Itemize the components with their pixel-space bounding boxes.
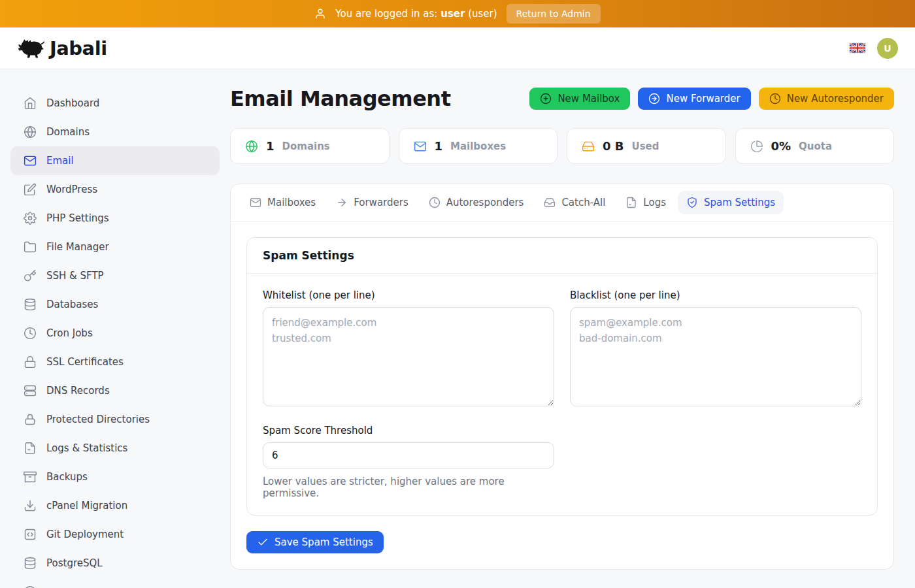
return-to-admin-button[interactable]: Return to Admin (507, 4, 601, 24)
new-autoresponder-button[interactable]: New Autoresponder (759, 88, 894, 110)
tab-label: Mailboxes (267, 197, 316, 208)
save-spam-settings-button[interactable]: Save Spam Settings (246, 531, 384, 553)
stat-value: 0 B (603, 139, 624, 153)
sidebar-item-partial[interactable] (10, 578, 220, 588)
tab-label: Forwarders (354, 197, 408, 208)
sidebar-item-protected-directories[interactable]: Protected Directories (10, 405, 220, 434)
lock-icon (24, 413, 37, 426)
file-icon (625, 197, 637, 208)
gear-icon (24, 212, 37, 225)
sidebar-item-databases[interactable]: Databases (10, 290, 220, 319)
sidebar-item-label: Dashboard (46, 97, 99, 109)
sidebar-item-git-deployment[interactable]: Git Deployment (10, 520, 220, 549)
download-icon (24, 499, 37, 512)
arrow-right-circle-icon (648, 93, 660, 105)
sidebar-item-ssl-certificates[interactable]: SSL Certificates (10, 348, 220, 376)
button-label: New Forwarder (666, 93, 740, 105)
sidebar-item-label: Protected Directories (46, 414, 150, 425)
new-mailbox-button[interactable]: New Mailbox (529, 88, 630, 110)
tab-catch-all[interactable]: Catch-All (535, 191, 614, 214)
button-label: New Mailbox (557, 93, 620, 105)
whitelist-textarea[interactable] (263, 307, 554, 406)
sidebar-item-label: DNS Records (46, 385, 110, 397)
sidebar-item-email[interactable]: Email (10, 146, 220, 175)
sidebar-item-cron-jobs[interactable]: Cron Jobs (10, 319, 220, 348)
clock-icon (769, 93, 781, 105)
page-title: Email Management (230, 86, 450, 111)
user-avatar[interactable]: U (877, 38, 898, 59)
sidebar-item-label: Email (46, 155, 74, 167)
banner-username: user (441, 8, 465, 20)
stat-value: 0% (771, 139, 791, 153)
stat-label: Quota (799, 140, 832, 152)
sidebar-item-label: PostgreSQL (46, 557, 103, 569)
user-icon (314, 8, 326, 20)
lock-icon (24, 355, 37, 368)
button-label: Save Spam Settings (274, 536, 373, 548)
sidebar-item-cpanel-migration[interactable]: cPanel Migration (10, 491, 220, 520)
edit-icon (24, 183, 37, 196)
database-icon (24, 298, 37, 311)
sidebar-item-label: Domains (46, 126, 90, 138)
mail-icon (24, 154, 37, 167)
stats-row: 1 Domains 1 Mailboxes 0 B Used 0% Quota (230, 128, 894, 164)
key-icon (24, 269, 37, 282)
sidebar-item-wordpress[interactable]: WordPress (10, 175, 220, 204)
mail-icon (250, 197, 261, 208)
threshold-label: Spam Score Threshold (263, 425, 554, 436)
sidebar-item-label: Backups (46, 471, 88, 483)
brand-name: Jabali (50, 37, 107, 59)
spam-score-threshold-input[interactable] (263, 442, 554, 468)
tab-forwarders[interactable]: Forwarders (327, 191, 417, 214)
shield-check-icon (686, 197, 698, 208)
language-flag-icon[interactable] (850, 43, 865, 53)
plus-circle-icon (540, 93, 552, 105)
sidebar-item-backups[interactable]: Backups (10, 463, 220, 491)
home-icon (24, 97, 37, 110)
archive-icon (24, 470, 37, 483)
threshold-help-text: Lower values are stricter, higher values… (263, 476, 554, 499)
sidebar-item-label: WordPress (46, 184, 97, 195)
tab-logs[interactable]: Logs (617, 191, 674, 214)
tab-bar: Mailboxes Forwarders Autoresponders Catc… (231, 184, 893, 221)
stat-card-quota: 0% Quota (735, 128, 895, 164)
clock-icon (429, 197, 441, 208)
mail-icon (414, 140, 427, 153)
sidebar-item-label: File Manager (46, 241, 109, 253)
spam-settings-tab-content: Spam Settings Whitelist (one per line) B… (231, 221, 893, 569)
tab-spam-settings[interactable]: Spam Settings (678, 191, 784, 214)
brand[interactable]: Jabali (17, 37, 107, 59)
button-label: New Autoresponder (787, 93, 884, 105)
sidebar-item-label: SSL Certificates (46, 356, 124, 368)
threshold-field-group: Spam Score Threshold Lower values are st… (263, 425, 554, 499)
sidebar-item-logs-statistics[interactable]: Logs & Statistics (10, 434, 220, 463)
panel-title: Spam Settings (247, 238, 877, 274)
blacklist-textarea[interactable] (570, 307, 861, 406)
sidebar-item-file-manager[interactable]: File Manager (10, 233, 220, 261)
sidebar-item-php-settings[interactable]: PHP Settings (10, 204, 220, 233)
check-icon (257, 536, 269, 548)
tab-label: Spam Settings (704, 197, 775, 208)
tab-mailboxes[interactable]: Mailboxes (241, 191, 324, 214)
warthog-logo-icon (17, 38, 44, 59)
tab-autoresponders[interactable]: Autoresponders (420, 191, 533, 214)
sidebar-item-postgresql[interactable]: PostgreSQL (10, 549, 220, 578)
sidebar-item-label: cPanel Migration (46, 500, 127, 512)
main-content: Email Management New Mailbox New Forward… (230, 69, 915, 588)
whitelist-label: Whitelist (one per line) (263, 289, 554, 301)
spam-settings-panel: Spam Settings Whitelist (one per line) B… (246, 237, 878, 515)
stat-card-mailboxes: 1 Mailboxes (399, 128, 558, 164)
sidebar-item-domains[interactable]: Domains (10, 118, 220, 146)
globe-icon (245, 140, 258, 153)
blacklist-label: Blacklist (one per line) (570, 289, 861, 301)
new-forwarder-button[interactable]: New Forwarder (638, 88, 750, 110)
stat-value: 1 (266, 139, 274, 153)
code-square-icon (24, 528, 37, 541)
sidebar-item-ssh-sftp[interactable]: SSH & SFTP (10, 261, 220, 290)
whitelist-field-group: Whitelist (one per line) (263, 289, 554, 409)
globe-icon (24, 125, 37, 139)
sidebar: Dashboard Domains Email WordPress PHP Se… (0, 69, 230, 588)
sidebar-item-dashboard[interactable]: Dashboard (10, 89, 220, 118)
tab-label: Logs (643, 197, 666, 208)
sidebar-item-dns-records[interactable]: DNS Records (10, 376, 220, 405)
